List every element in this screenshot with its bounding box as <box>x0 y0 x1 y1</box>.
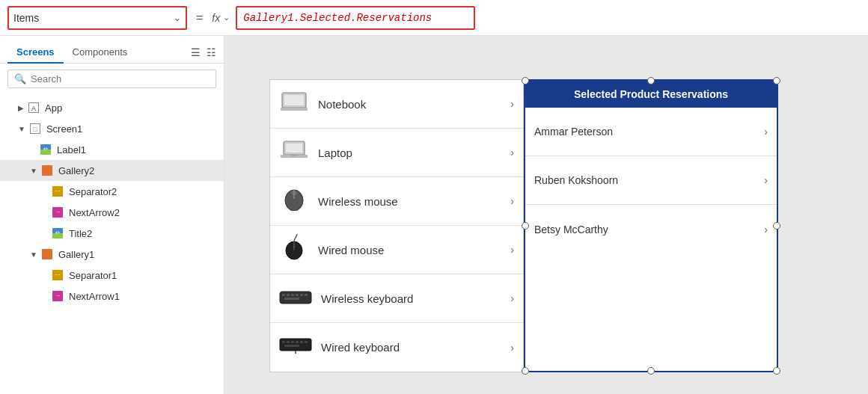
expand-icon: ▼ <box>30 167 37 175</box>
tree-item-separator1[interactable]: ⋯ Separator1 <box>0 265 224 286</box>
svg-rect-2 <box>281 108 308 111</box>
wireless-mouse-icon <box>279 187 309 216</box>
grid-view-icon[interactable]: ☷ <box>207 46 216 58</box>
product-name-laptop: Laptop <box>318 147 501 159</box>
gallery-item-wireless-mouse[interactable]: Wireless mouse › <box>270 177 523 226</box>
reservation-name-ammar: Ammar Peterson <box>534 126 764 138</box>
expand-icon: ▶ <box>18 104 24 112</box>
svg-rect-26 <box>300 341 303 343</box>
reservations-header: Selected Product Reservations <box>525 81 777 108</box>
svg-rect-27 <box>305 341 308 343</box>
tree-item-title2[interactable]: ✏ Title2 <box>0 223 224 244</box>
nextarrow2-icon: → <box>52 207 63 218</box>
tree-item-screen1[interactable]: ▼ □ Screen1 <box>0 118 224 139</box>
screen-icon: □ <box>30 123 40 134</box>
svg-rect-1 <box>284 95 304 105</box>
tab-components[interactable]: Components <box>64 42 137 64</box>
gallery-item-wired-keyboard[interactable]: Wired keyboard › <box>270 323 523 372</box>
handle-ml[interactable] <box>522 222 529 230</box>
tree-item-gallery2[interactable]: ▼ Gallery2 <box>0 160 224 181</box>
wireless-keyboard-icon <box>279 287 312 310</box>
reservation-item-ammar[interactable]: Ammar Peterson › <box>525 108 777 156</box>
search-input[interactable] <box>31 73 210 84</box>
label1-icon: ✏ <box>40 144 51 155</box>
tree-item-separator2[interactable]: ⋯ Separator2 <box>0 181 224 202</box>
laptop-icon <box>279 140 309 166</box>
handle-tm[interactable] <box>647 77 655 84</box>
nextarrow1-icon: → <box>52 291 63 301</box>
svg-rect-17 <box>296 294 299 296</box>
tree-label-screen1: Screen1 <box>46 123 82 135</box>
svg-rect-22 <box>282 341 285 343</box>
handle-br[interactable] <box>773 367 780 375</box>
tree-label-nextarrow1: NextArrow1 <box>69 291 120 302</box>
fx-wrapper: fx ⌄ <box>212 12 230 24</box>
app-icon: A <box>28 102 39 113</box>
chevron-right-icon: › <box>510 244 514 256</box>
tree-label-nextarrow2: NextArrow2 <box>69 207 120 218</box>
property-dropdown-arrow[interactable]: ⌄ <box>174 13 181 23</box>
svg-rect-23 <box>287 341 290 343</box>
tree-label-title2: Title2 <box>69 228 92 239</box>
expand-icon: ▼ <box>30 250 37 259</box>
tree-item-label1[interactable]: ✏ Label1 <box>0 139 224 160</box>
notebook-icon <box>279 91 309 117</box>
tree-item-app[interactable]: ▶ A App <box>0 97 224 118</box>
main-content: Screens Components ☰ ☷ 🔍 ▶ A App <box>0 36 868 394</box>
gallery-item-wired-mouse[interactable]: Wired mouse › <box>270 226 523 274</box>
tab-icons: ☰ ☷ <box>191 46 216 58</box>
reservation-item-ruben[interactable]: Ruben Kokshoorn › <box>525 156 777 205</box>
handle-mr[interactable] <box>773 222 780 230</box>
separator2-icon: ⋯ <box>52 186 63 197</box>
formula-text: Gallery1.Selected.Reservations <box>243 12 432 24</box>
tree-item-nextarrow2[interactable]: → NextArrow2 <box>0 202 224 223</box>
title2-icon: ✏ <box>52 228 63 238</box>
chevron-right-icon: › <box>510 195 514 207</box>
wired-keyboard-icon <box>279 336 312 359</box>
search-row: 🔍 <box>0 64 224 94</box>
product-name-notebook: Notebook <box>318 98 501 111</box>
handle-bm[interactable] <box>647 367 655 375</box>
handle-tl[interactable] <box>522 77 529 84</box>
gallery1-icon <box>42 249 52 259</box>
reservations-title: Selected Product Reservations <box>574 88 728 100</box>
chevron-right-icon: › <box>510 98 514 110</box>
property-selector[interactable]: Items ⌄ <box>7 6 187 30</box>
product-name-wired-mouse: Wired mouse <box>318 244 501 256</box>
tab-screens[interactable]: Screens <box>7 42 64 64</box>
fx-chevron[interactable]: ⌄ <box>223 13 230 22</box>
product-name-wired-keyboard: Wired keyboard <box>321 341 501 354</box>
gallery-right: Selected Product Reservations Ammar Pete… <box>524 79 778 372</box>
list-view-icon[interactable]: ☰ <box>191 46 201 58</box>
chevron-right-icon: › <box>510 342 514 354</box>
svg-rect-24 <box>291 341 294 343</box>
chevron-right-icon: › <box>764 126 768 138</box>
gallery-item-laptop[interactable]: Laptop › <box>270 129 523 177</box>
formula-box[interactable]: Gallery1.Selected.Reservations <box>236 6 475 30</box>
reservation-item-betsy[interactable]: Betsy McCarthy › <box>525 205 777 253</box>
svg-rect-18 <box>300 294 303 296</box>
svg-rect-20 <box>284 298 299 300</box>
chevron-right-icon: › <box>764 224 768 236</box>
handle-bl[interactable] <box>522 367 529 375</box>
tree-panel: ▶ A App ▼ □ Screen1 ✏ Label1 ▼ Gallery2 <box>0 94 224 394</box>
search-icon: 🔍 <box>14 73 26 84</box>
tree-item-gallery1[interactable]: ▼ Gallery1 <box>0 244 224 265</box>
expand-icon: ▼ <box>18 125 25 133</box>
reservation-name-betsy: Betsy McCarthy <box>534 224 764 236</box>
gallery-item-notebook[interactable]: Notebook › <box>270 80 523 129</box>
left-panel: Screens Components ☰ ☷ 🔍 ▶ A App <box>0 36 224 394</box>
gallery2-icon <box>42 165 52 176</box>
chevron-right-icon: › <box>764 174 768 186</box>
tree-label-gallery1: Gallery1 <box>58 249 94 260</box>
svg-rect-4 <box>286 144 302 153</box>
product-name-wireless-mouse: Wireless mouse <box>318 195 501 208</box>
canvas-area: Notebook › Laptop › Wireless mouse <box>224 36 868 394</box>
tree-label-separator2: Separator2 <box>69 186 117 197</box>
chevron-right-icon: › <box>510 147 514 158</box>
handle-tr[interactable] <box>773 77 780 84</box>
tree-item-nextarrow1[interactable]: → NextArrow1 <box>0 286 224 307</box>
chevron-right-icon: › <box>510 292 514 304</box>
gallery-item-wireless-keyboard[interactable]: Wireless keyboard › <box>270 274 523 323</box>
product-name-wireless-keyboard: Wireless keyboard <box>321 292 501 305</box>
